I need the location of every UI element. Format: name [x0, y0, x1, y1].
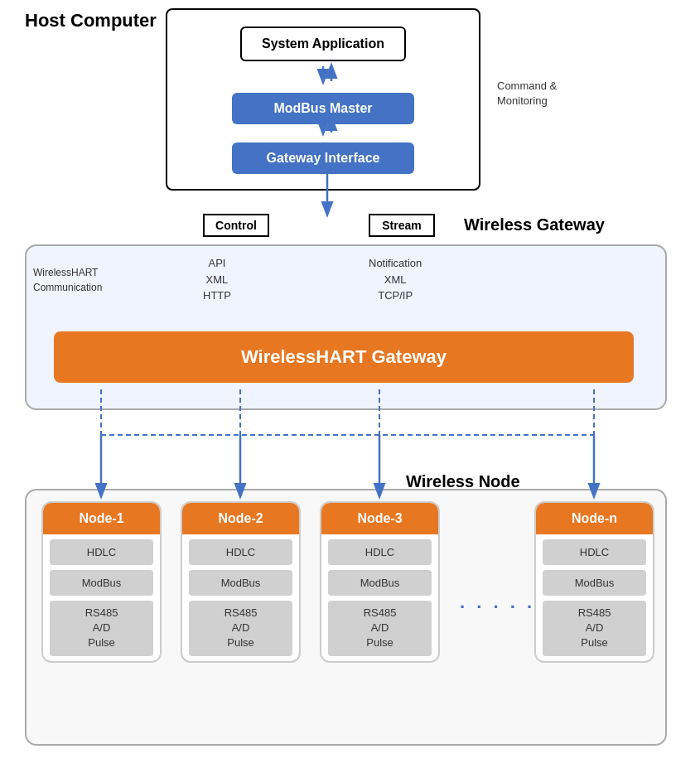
- wirelesshart-comm-label: WirelessHARTCommunication: [33, 265, 102, 295]
- wireless-gateway-label: Wireless Gateway: [464, 215, 605, 234]
- node-n-hdlc: HDLC: [543, 539, 646, 565]
- node-3-header: Node-3: [321, 503, 438, 534]
- node-card-3: Node-3 HDLC ModBus RS485A/DPulse: [320, 501, 440, 663]
- wireless-gateway-box: [25, 244, 667, 410]
- diagram-container: Host Computer System Application ModBus …: [0, 0, 700, 768]
- node-2-rs485: RS485A/DPulse: [189, 601, 292, 656]
- node-2-modbus: ModBus: [189, 570, 292, 596]
- node-1-rs485: RS485A/DPulse: [50, 601, 153, 656]
- node-1-modbus: ModBus: [50, 570, 153, 596]
- node-2-header: Node-2: [182, 503, 299, 534]
- control-box: Control: [203, 214, 269, 237]
- node-card-2: Node-2 HDLC ModBus RS485A/DPulse: [181, 501, 301, 663]
- node-n-rs485: RS485A/DPulse: [543, 601, 646, 656]
- node-1-hdlc: HDLC: [50, 539, 153, 565]
- node-3-hdlc: HDLC: [328, 539, 432, 565]
- node-n-header: Node-n: [536, 503, 653, 534]
- modbus-master-box: ModBus Master: [232, 93, 414, 124]
- wirelesshart-gateway-bar: WirelessHART Gateway: [54, 331, 634, 383]
- node-n-modbus: ModBus: [543, 570, 646, 596]
- node-1-header: Node-1: [43, 503, 160, 534]
- notification-xml-label: NotificationXMLTCP/IP: [369, 255, 422, 304]
- system-application-box: System Application: [240, 27, 406, 61]
- node-3-rs485: RS485A/DPulse: [328, 601, 432, 656]
- host-computer-box: System Application ModBus Master Gateway…: [166, 8, 480, 191]
- stream-box: Stream: [369, 214, 435, 237]
- host-computer-label: Host Computer: [25, 10, 157, 31]
- node-card-1: Node-1 HDLC ModBus RS485A/DPulse: [41, 501, 162, 663]
- node-3-modbus: ModBus: [328, 570, 432, 596]
- gateway-interface-box: Gateway Interface: [232, 142, 414, 174]
- node-card-n: Node-n HDLC ModBus RS485A/DPulse: [534, 501, 654, 663]
- api-xml-http-label: APIXMLHTTP: [203, 255, 231, 304]
- node-ellipsis: · · · · ·: [460, 597, 535, 618]
- node-2-hdlc: HDLC: [189, 539, 292, 565]
- command-monitoring-label: Command &Monitoring: [497, 79, 557, 109]
